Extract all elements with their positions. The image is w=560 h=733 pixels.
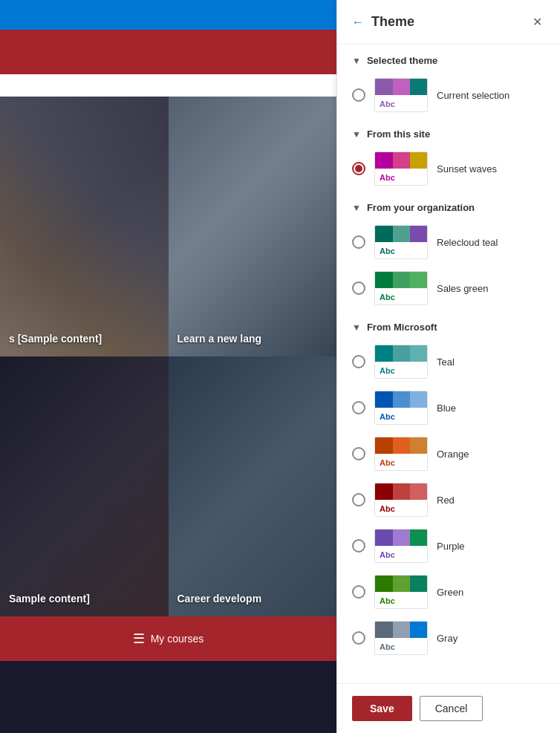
courses-icon: ☰ [133, 631, 145, 647]
radio-sunset-waves[interactable] [352, 162, 365, 175]
section-title-from-org: From your organization [367, 202, 475, 213]
theme-option-sunset-waves[interactable]: Abc Sunset waves [337, 146, 560, 192]
radio-gray[interactable] [352, 631, 365, 645]
grid-cell-4: Career developm [169, 356, 337, 616]
section-title-selected-theme: Selected theme [367, 55, 437, 66]
theme-option-sales-green[interactable]: Abc Sales green [337, 265, 560, 311]
radio-blue[interactable] [352, 401, 365, 414]
save-button[interactable]: Save [352, 696, 412, 721]
theme-name-current: Current selection [437, 90, 509, 101]
swatch-teal: Abc [374, 345, 428, 379]
panel-body[interactable]: ▼ Selected theme Abc Current selection ▼… [337, 45, 560, 683]
section-header-from-org[interactable]: ▼ From your organization [337, 192, 560, 219]
my-courses-area[interactable]: ☰ My courses [133, 631, 204, 647]
swatch-sales-green: Abc [374, 271, 428, 305]
panel-header: ← Theme ✕ [337, 0, 560, 45]
chevron-from-microsoft-icon: ▼ [352, 322, 361, 333]
theme-name-sales-green: Sales green [437, 283, 488, 294]
swatch-abc-gray: Abc [380, 642, 395, 651]
theme-name-gray: Gray [437, 633, 458, 644]
radio-teal[interactable] [352, 355, 365, 368]
cell-label-4: Career developm [178, 593, 262, 605]
panel-footer: Save Cancel [337, 683, 560, 733]
theme-option-orange[interactable]: Abc Orange [337, 431, 560, 477]
radio-purple[interactable] [352, 539, 365, 553]
theme-option-purple[interactable]: Abc Purple [337, 523, 560, 569]
chevron-selected-theme-icon: ▼ [352, 56, 361, 66]
content-strip [0, 74, 336, 97]
swatch-abc-red: Abc [380, 504, 395, 513]
chevron-from-this-site-icon: ▼ [352, 129, 361, 140]
left-content-area: s [Sample content] Learn a new lang Samp… [0, 0, 336, 733]
swatch-sunset-waves: Abc [374, 152, 428, 186]
radio-current[interactable] [352, 88, 365, 102]
swatch-abc-orange: Abc [380, 458, 395, 467]
swatch-abc-sales-green: Abc [380, 293, 395, 302]
radio-inner-sunset-waves [355, 165, 362, 172]
theme-name-purple: Purple [437, 541, 465, 552]
theme-panel: ← Theme ✕ ▼ Selected theme Abc Current s… [336, 0, 560, 733]
theme-name-blue: Blue [437, 403, 456, 414]
section-title-from-this-site: From this site [367, 128, 430, 140]
cancel-button[interactable]: Cancel [420, 696, 484, 721]
theme-name-green: Green [437, 587, 463, 598]
panel-title: Theme [371, 14, 414, 30]
swatch-abc-teal: Abc [380, 366, 395, 375]
mid-bar [0, 30, 336, 74]
back-arrow-icon[interactable]: ← [352, 16, 364, 29]
my-courses-label: My courses [151, 633, 204, 645]
cell-label-3: Sample content] [9, 593, 90, 605]
grid-cell-3: Sample content] [0, 356, 169, 616]
top-bar [0, 0, 336, 30]
theme-option-teal[interactable]: Abc Teal [337, 339, 560, 385]
section-header-selected-theme[interactable]: ▼ Selected theme [337, 45, 560, 72]
theme-option-blue[interactable]: Abc Blue [337, 385, 560, 431]
chevron-from-org-icon: ▼ [352, 203, 361, 213]
swatch-abc-sunset-waves: Abc [380, 173, 395, 182]
theme-name-sunset-waves: Sunset waves [437, 163, 497, 175]
radio-red[interactable] [352, 493, 365, 506]
radio-relecloud-teal[interactable] [352, 235, 365, 249]
panel-title-area: ← Theme [352, 14, 414, 30]
swatch-abc-green: Abc [380, 596, 395, 605]
content-grid: s [Sample content] Learn a new lang Samp… [0, 97, 336, 616]
theme-option-gray[interactable]: Abc Gray [337, 615, 560, 661]
theme-name-teal: Teal [437, 356, 455, 368]
swatch-current: Abc [374, 78, 428, 112]
grid-cell-1: s [Sample content] [0, 97, 169, 356]
grid-cell-2: Learn a new lang [169, 97, 337, 356]
theme-name-relecloud-teal: Relecloud teal [437, 237, 498, 248]
section-header-from-this-site[interactable]: ▼ From this site [337, 118, 560, 146]
radio-sales-green[interactable] [352, 281, 365, 295]
section-title-from-microsoft: From Microsoft [367, 322, 437, 333]
swatch-abc-purple: Abc [380, 550, 395, 559]
cell-label-2: Learn a new lang [178, 333, 262, 345]
theme-option-relecloud-teal[interactable]: Abc Relecloud teal [337, 219, 560, 265]
radio-green[interactable] [352, 585, 365, 599]
swatch-blue: Abc [374, 391, 428, 425]
swatch-purple: Abc [374, 529, 428, 563]
swatch-abc-blue: Abc [380, 412, 395, 421]
close-button[interactable]: ✕ [530, 12, 545, 32]
theme-name-red: Red [437, 495, 455, 506]
theme-option-red[interactable]: Abc Red [337, 477, 560, 523]
radio-orange[interactable] [352, 447, 365, 460]
swatch-orange: Abc [374, 437, 428, 471]
bottom-bar: ☰ My courses [0, 616, 336, 661]
cell-label-1: s [Sample content] [9, 333, 102, 345]
section-header-from-microsoft[interactable]: ▼ From Microsoft [337, 311, 560, 339]
swatch-green: Abc [374, 575, 428, 609]
theme-option-green[interactable]: Abc Green [337, 569, 560, 615]
swatch-red: Abc [374, 483, 428, 517]
theme-name-orange: Orange [437, 449, 469, 460]
theme-option-current[interactable]: Abc Current selection [337, 72, 560, 118]
swatch-abc-current: Abc [380, 100, 395, 108]
swatch-abc-relecloud-teal: Abc [380, 247, 395, 255]
swatch-gray: Abc [374, 621, 428, 655]
swatch-relecloud-teal: Abc [374, 225, 428, 259]
